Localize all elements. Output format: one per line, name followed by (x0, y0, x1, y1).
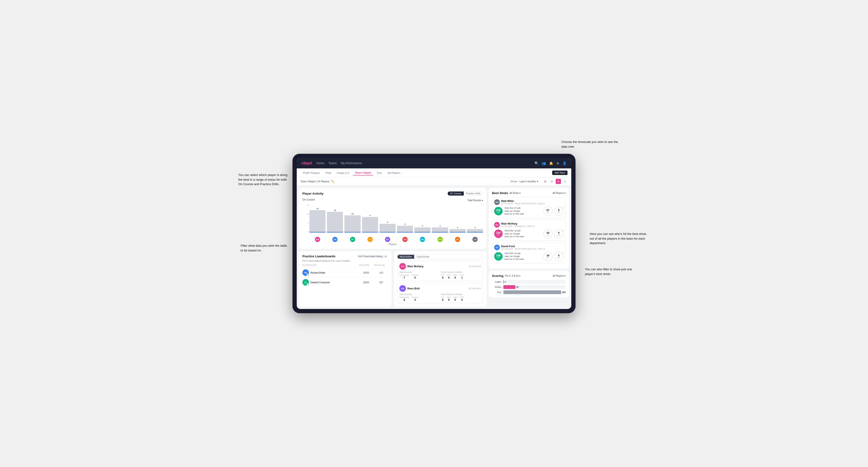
shot-start-2: Start Lie: Rough (504, 232, 541, 236)
view-grid2-icon[interactable]: ⊞ (542, 179, 548, 184)
tab-hcaps[interactable]: Hcaps 1-5 (335, 170, 351, 175)
player-avatar-5: GB (402, 237, 408, 242)
shot-metrics-3: 16 yds 0 yds (543, 252, 563, 261)
tab-tour[interactable]: Tour (374, 170, 384, 175)
pb-avg-2: 107 (374, 281, 388, 284)
practice-activities-section-2: Total Practice Activities GTT 0 APP (441, 293, 481, 301)
activity-player-name-1: Blair McHarg (407, 265, 423, 268)
scoring-row-pars: Pars 499 (492, 290, 566, 294)
activity-player-header-2: RB Rees Britt 02 Sep 2023 (399, 285, 481, 292)
bar-highlight-8 (450, 232, 466, 232)
toggle-practice-drills[interactable]: Practice Drills (464, 191, 483, 195)
metric-bubble-2b: 0 yds (554, 229, 563, 239)
add-team-button[interactable]: Add Team (552, 170, 567, 175)
avatar-wrap-9: LR (467, 237, 483, 242)
shot-player-details-3: David Ford 24 Aug 2023 · Royal North Dev… (501, 245, 545, 250)
tab-all-players[interactable]: All Players (385, 170, 403, 175)
bar-9 (467, 229, 483, 232)
bar-label-4: 5 (387, 221, 388, 223)
shot-details-1: 200 SG Shot Dist: 67 yds Start Lie: Roug… (494, 206, 563, 216)
player-avatar-7: MM (437, 237, 443, 242)
bar-label-2: 10 (351, 213, 353, 215)
plus-circle-icon[interactable]: ⊕ (556, 161, 559, 165)
bar-highlight-3 (362, 232, 378, 232)
search-icon[interactable]: 🔍 (534, 161, 538, 165)
tab-team-clippd[interactable]: Team Clippd (352, 170, 373, 176)
x-axis-label: Players (302, 243, 483, 246)
avatar-wrap-6: RBu (414, 237, 431, 242)
filter-bar: Team Clippd | 14 Players ✏️ Show: Last 3… (297, 177, 571, 186)
bell-icon[interactable]: 🔔 (549, 161, 553, 165)
player-avatar-0: BM (315, 237, 320, 242)
leaderboard-dropdown[interactable]: PUTT Must Make Putting ... ▾ (356, 255, 388, 258)
bar-1 (327, 212, 343, 232)
activity-stats-2: Total Rounds Tournament 8 Practice (399, 293, 481, 301)
bar-highlight-6 (414, 232, 431, 232)
shot-dist-1: Shot Dist: 67 yds (504, 207, 541, 210)
tab-pga[interactable]: PGA (323, 170, 334, 175)
practice-stat-2: Practice 4 (412, 296, 418, 301)
avatar-wrap-8: EC (450, 237, 466, 242)
bar-highlight-0 (309, 232, 326, 232)
chart-dropdown[interactable]: Total Rounds ▾ (467, 199, 483, 201)
bar-label-7: 3 (439, 225, 440, 227)
shot-chevron-3[interactable]: › (562, 251, 563, 255)
shot-details-2: 200 SG Shot Dist: 43 yds Start Lie: Roug… (494, 229, 563, 239)
shot-badge-3: 198 SG (494, 252, 503, 261)
view-sliders-icon[interactable]: ≡ (562, 179, 567, 184)
activity-date-2: 02 Sep 2023 (469, 287, 481, 290)
player-avatar-9: LR (472, 237, 478, 242)
players-filter-dropdown[interactable]: All Players ▾ (553, 192, 566, 194)
nav-home[interactable]: Home (316, 161, 324, 165)
sub-nav: PGAT Players PGA Hcaps 1-5 Team Clippd T… (297, 168, 571, 177)
player-avatar-6: RBu (420, 237, 425, 242)
activity-tabs: Most Active Least Active (397, 254, 483, 259)
tab-most-active[interactable]: Most Active (398, 255, 414, 259)
player-name-richard: Richard Butler (310, 272, 325, 274)
activity-stats-1: Total Rounds Tournament 7 Practice (399, 271, 481, 279)
timescale-dropdown[interactable]: Last 3 months ▾ (520, 180, 538, 183)
avatar-rees: RB (399, 285, 406, 292)
bar-chart: 15 10 5 0 1312109543322BMRBDFJCEEGBRBuMM… (302, 204, 483, 242)
practice-values-2: GTT 0 APP 0 (441, 296, 481, 301)
shot-end-1: End Lie: In The Hole (504, 213, 541, 216)
annotation-timescale: Choose the timescale you wish to see the… (561, 139, 623, 149)
most-active-card: Most Active Least Active BM (394, 251, 486, 307)
pb-score-1: 19/20 (359, 272, 373, 274)
card-header: Player Activity On Course Practice Drill… (302, 191, 483, 196)
shot-start-3: Start Lie: Rough (504, 255, 541, 258)
tab-pgat-players[interactable]: PGAT Players (301, 170, 322, 175)
view-heart-icon[interactable]: ♥ (556, 179, 561, 184)
right-panel: Best Shots All Shots ▾ All Players ▾ (489, 188, 569, 307)
shot-start-1: Start Lie: Rough (504, 210, 541, 213)
nav-teams[interactable]: Teams (328, 161, 337, 165)
shot-chevron-1[interactable]: › (562, 206, 563, 210)
edit-icon[interactable]: ✏️ (331, 180, 335, 183)
toggle-on-course[interactable]: On Course (448, 191, 464, 195)
putt-stat-2: PUTT 0 (460, 296, 464, 301)
shot-chevron-2[interactable]: › (562, 228, 563, 232)
tab-least-active[interactable]: Least Active (414, 255, 432, 259)
user-circle-icon[interactable]: 👤 (563, 161, 566, 165)
eagles-value: 3 (505, 281, 506, 283)
nav-my-performance[interactable]: My Performance (341, 161, 362, 165)
show-label: Show: (510, 180, 518, 183)
shot-avatar-blair: BM (494, 222, 500, 228)
view-grid3-icon[interactable]: ⊟ (549, 179, 554, 184)
birdies-label: Birdies (492, 286, 501, 288)
table-row: EC 🥈 Edward Crossman 18/20 107 (302, 277, 388, 287)
scoring-filter2[interactable]: All Players ▾ (553, 275, 566, 277)
avatar-wrap-3: JC (362, 237, 378, 242)
bar-label-6: 3 (422, 225, 423, 227)
bottom-row: Practice Leaderboards PUTT Must Make Put… (299, 251, 486, 307)
y-label-0: 0 (308, 230, 309, 232)
avatar-edward-crossman: EC 🥈 (302, 279, 309, 286)
annotation-player-filter: You can also filter to show just one pla… (585, 267, 642, 276)
scoring-filter1[interactable]: Par 3, 4 & 5s ▾ (505, 275, 520, 277)
shots-filter-dropdown[interactable]: All Shots ▾ (509, 192, 521, 194)
avatar-blair: BM (399, 263, 406, 270)
users-icon[interactable]: 👥 (542, 161, 546, 165)
col-pb-score: PB SCORE (359, 264, 373, 266)
left-panel: Player Activity On Course Practice Drill… (299, 188, 486, 307)
shot-avatar-david: DF (494, 245, 500, 250)
